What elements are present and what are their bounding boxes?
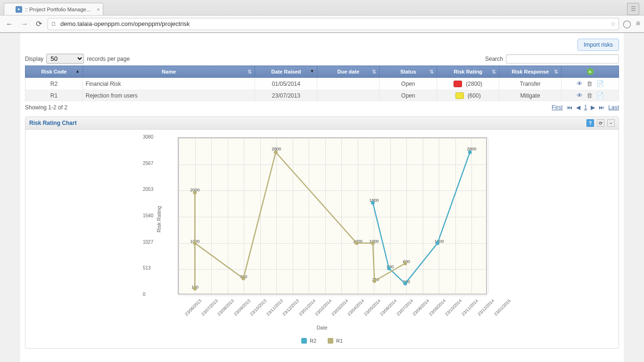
reload-button[interactable]: ⟳ <box>34 18 44 29</box>
page-icon: 🗋 <box>51 21 58 27</box>
browser-tab[interactable]: ✦ :: Project Portfolio Manage… × <box>4 3 103 15</box>
bookmark-icon[interactable]: ☆ <box>611 21 616 27</box>
menu-icon[interactable]: ≡ <box>636 19 640 28</box>
browser-chrome: ✦ :: Project Portfolio Manage… × ☰ ← → ⟳… <box>0 0 644 33</box>
tab-strip: ✦ :: Project Portfolio Manage… × <box>0 0 644 15</box>
close-tab-icon[interactable]: × <box>97 7 99 12</box>
forward-button[interactable]: → <box>19 19 30 29</box>
extensions-icon[interactable]: ◯ <box>623 19 631 28</box>
url-bar[interactable]: 🗋 demo.talaia-openppm.com/openppm/projec… <box>48 18 619 30</box>
back-button[interactable]: ← <box>4 19 15 29</box>
tab-title: :: Project Portfolio Manage… <box>25 7 91 12</box>
url-text: demo.talaia-openppm.com/openppm/projectr… <box>60 20 611 27</box>
favicon-icon: ✦ <box>16 6 22 13</box>
user-menu-icon[interactable]: ☰ <box>627 3 639 15</box>
